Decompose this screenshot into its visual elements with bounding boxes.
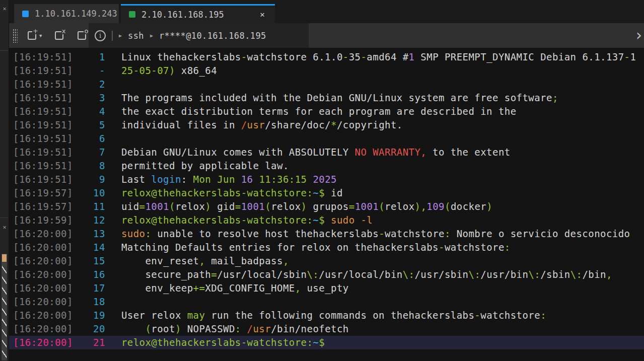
left-sidebar-rail: ✕ ✕ — [0, 0, 9, 361]
terminal-row: [16:20:00]14Matching Defaults entries fo… — [9, 241, 644, 254]
line-text: The programs included with the Debian GN… — [121, 91, 558, 105]
terminal-row: [16:19:51]6 — [9, 132, 644, 146]
line-text: relox@thehackerslabs-watchstore:~$ — [121, 336, 325, 349]
line-number: 5 — [73, 118, 105, 132]
rail-divider — [0, 50, 9, 51]
timestamp: [16:20:00] — [9, 281, 73, 295]
line-number: - — [73, 64, 105, 78]
rail-close-top-icon[interactable]: ✕ — [1, 5, 9, 12]
tab-session-1[interactable]: 1.10.161.149.243 — [14, 4, 119, 23]
detach-session-button[interactable]: o — [78, 31, 86, 40]
toolbar-expand-icon[interactable]: › — [636, 25, 642, 45]
session-toolbar: + ▼ x o i ▶ ssh ▶ r****@10.161.168.195 › — [9, 23, 644, 48]
line-number: 1 — [73, 50, 105, 64]
rail-divider — [0, 218, 9, 218]
line-number: 8 — [73, 159, 105, 173]
terminal-row: [16:20:00]17 env_keep+=XDG_CONFIG_HOME, … — [9, 281, 644, 295]
timestamp: [16:20:00] — [9, 268, 73, 281]
breadcrumb-protocol[interactable]: ssh — [128, 31, 144, 41]
new-session-dropdown-icon[interactable]: ▼ — [39, 33, 42, 38]
plus-icon: + — [32, 28, 39, 34]
session-breadcrumb: i ▶ ssh ▶ r****@10.161.168.195 — [89, 23, 309, 48]
line-text: Last login: Mon Jun 16 11:36:15 2025 — [121, 173, 337, 186]
line-text: User relox may run the following command… — [121, 309, 546, 322]
session-info-icon[interactable]: i — [95, 30, 106, 41]
line-text: the exact distribution terms for each pr… — [121, 105, 517, 118]
rail-scrollbar-stripes — [2, 263, 7, 360]
terminal-row: [16:19:51]9Last login: Mon Jun 16 11:36:… — [9, 173, 644, 186]
rail-scrollbar[interactable] — [1, 253, 8, 361]
new-session-button[interactable]: + — [28, 31, 36, 40]
line-text: permitted by applicable law. — [121, 159, 289, 173]
line-number: 13 — [73, 227, 105, 241]
session-status-icon — [129, 11, 135, 18]
terminal-row: [16:19:59]12relox@thehackerslabs-watchst… — [9, 213, 644, 227]
line-number: 17 — [73, 281, 105, 295]
line-number: 3 — [73, 91, 105, 105]
timestamp: [16:19:51] — [9, 91, 73, 105]
line-text: individual files in /usr/share/doc/*/cop… — [121, 118, 403, 132]
x-icon: x — [61, 28, 66, 34]
breadcrumb-separator — [112, 31, 113, 41]
timestamp: [16:19:51] — [9, 64, 73, 78]
terminal-app-window: ✕ ✕ 1.10.161.149.243 2.10.161.168.195 ✕ — [0, 0, 644, 361]
terminal-row: [16:19:57]10relox@thehackerslabs-watchst… — [9, 186, 644, 200]
rail-scrollbar-thumb[interactable] — [2, 254, 7, 262]
terminal-row: [16:20:00]13sudo: unable to resolve host… — [9, 227, 644, 241]
terminal-row-current: [16:20:00]21relox@thehackerslabs-watchst… — [9, 336, 644, 349]
line-text: (root) NOPASSWD: /usr/bin/neofetch — [121, 322, 349, 336]
terminal-row: [16:19:51]2 — [9, 78, 644, 91]
tab-close-icon[interactable]: ✕ — [258, 10, 267, 19]
timestamp: [16:19:51] — [9, 173, 73, 186]
timestamp: [16:19:59] — [9, 213, 73, 227]
line-number: 6 — [73, 132, 105, 146]
line-number: 20 — [73, 322, 105, 336]
timestamp: [16:19:57] — [9, 186, 73, 200]
tab-label: 2.10.161.168.195 — [141, 10, 224, 20]
line-text: env_reset, mail_badpass, — [121, 254, 289, 268]
main-panel: 1.10.161.149.243 2.10.161.168.195 ✕ + ▼ … — [9, 0, 644, 361]
terminal-row: [16:19:51]7Debian GNU/Linux comes with A… — [9, 146, 644, 159]
close-session-button[interactable]: x — [55, 31, 63, 40]
line-text: Matching Defaults entries for relox on t… — [121, 241, 511, 254]
timestamp: [16:19:51] — [9, 105, 73, 118]
timestamp: [16:19:51] — [9, 78, 73, 91]
terminal-body[interactable]: [16:19:51]1Linux thehackerslabs-watchsto… — [9, 48, 644, 361]
line-text: relox@thehackerslabs-watchstore:~$ id — [121, 186, 343, 200]
line-number: 14 — [73, 241, 105, 254]
terminal-row: [16:19:57]11uid=1001(relox) gid=1001(rel… — [9, 200, 644, 213]
tab-label: 1.10.161.149.243 — [35, 9, 117, 19]
tab-session-2[interactable]: 2.10.161.168.195 ✕ — [121, 4, 275, 23]
timestamp: [16:19:51] — [9, 146, 73, 159]
line-number: 19 — [73, 309, 105, 322]
timestamp: [16:20:00] — [9, 309, 73, 322]
terminal-row: [16:19:51]5individual files in /usr/shar… — [9, 118, 644, 132]
chevron-right-icon: ▶ — [119, 33, 122, 38]
line-text: uid=1001(relox) gid=1001(relox) grupos=1… — [121, 200, 492, 213]
timestamp: [16:20:00] — [9, 227, 73, 241]
terminal-row: [16:19:51]-25-05-07) x86_64 — [9, 64, 644, 78]
rail-close-mid-icon[interactable]: ✕ — [1, 224, 9, 231]
circle-icon: o — [84, 28, 89, 34]
chevron-right-icon: ▶ — [150, 33, 153, 38]
line-text: Linux thehackerslabs-watchstore 6.1.0-35… — [121, 50, 636, 64]
timestamp: [16:20:00] — [9, 336, 73, 349]
line-number: 16 — [73, 268, 105, 281]
terminal-row: [16:19:51]8permitted by applicable law. — [9, 159, 644, 173]
breadcrumb-target[interactable]: r****@10.161.168.195 — [159, 31, 266, 41]
line-number: 7 — [73, 146, 105, 159]
tab-bar: 1.10.161.149.243 2.10.161.168.195 ✕ — [9, 0, 644, 23]
terminal-row: [16:20:00]19User relox may run the follo… — [9, 309, 644, 322]
line-text: secure_path=/usr/local/sbin\:/usr/local/… — [121, 268, 612, 281]
terminal-row: [16:19:51]3The programs included with th… — [9, 91, 644, 105]
line-number: 10 — [73, 186, 105, 200]
line-number: 12 — [73, 213, 105, 227]
line-text: env_keep+=XDG_CONFIG_HOME, use_pty — [121, 281, 349, 295]
line-number: 11 — [73, 200, 105, 213]
timestamp: [16:20:00] — [9, 254, 73, 268]
timestamp: [16:19:57] — [9, 200, 73, 213]
toolbar-grip-handle[interactable] — [13, 29, 18, 43]
timestamp: [16:19:51] — [9, 159, 73, 173]
timestamp: [16:19:51] — [9, 132, 73, 146]
terminal-row: [16:19:51]1Linux thehackerslabs-watchsto… — [9, 50, 644, 64]
